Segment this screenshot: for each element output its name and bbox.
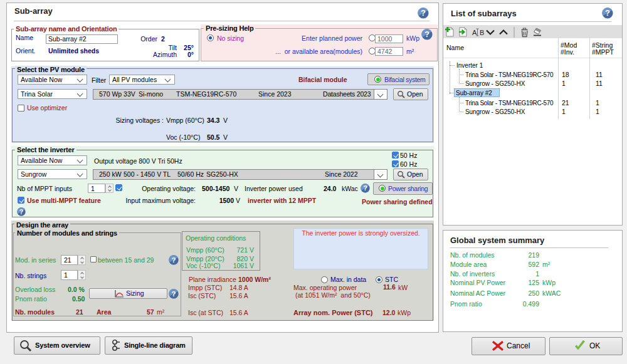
svg-text:?: ?: [605, 8, 610, 18]
svg-text:?: ?: [171, 290, 176, 298]
svg-text:B: B: [480, 29, 484, 36]
svg-text:?: ?: [363, 184, 367, 192]
svg-text:A: A: [472, 29, 477, 36]
svg-text:?: ?: [171, 256, 176, 264]
svg-text:?: ?: [19, 208, 23, 216]
svg-text:?: ?: [424, 29, 429, 39]
svg-text:?: ?: [421, 8, 426, 18]
